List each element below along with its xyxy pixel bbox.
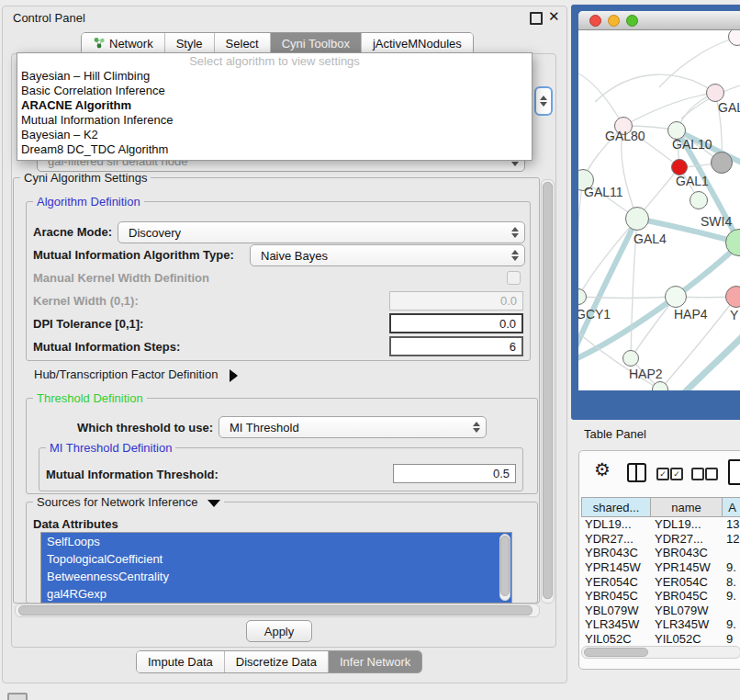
table-cell: YBL079W — [651, 604, 723, 617]
algorithm-dropdown: Select algorithm to view settings Bayesi… — [17, 52, 533, 161]
table-cell: YDL19... — [651, 517, 723, 531]
threshold-definition-title: Threshold Definition — [33, 391, 147, 405]
table-cell: YBR045C — [651, 589, 723, 603]
kernel-width-label: Kernel Width (0,1): — [33, 294, 139, 308]
tab-style[interactable]: Style — [165, 33, 215, 54]
tab-infer-network[interactable]: Infer Network — [329, 651, 421, 672]
node-label: Y — [730, 308, 738, 322]
hub-definition-label: Hub/Transcription Factor Definition — [34, 367, 218, 381]
algorithm-dropdown-list: Bayesian – Hill ClimbingBasic Correlatio… — [17, 69, 532, 157]
data-attributes-label: Data Attributes — [33, 517, 118, 531]
columns-icon[interactable] — [627, 463, 646, 482]
bottom-tabbar: Impute Data Discretize Data Infer Networ… — [136, 650, 422, 673]
apply-button[interactable]: Apply — [246, 620, 312, 642]
table-cell: YBR043C — [581, 546, 651, 559]
table-row[interactable]: YBL079WYBL079W — [581, 604, 740, 618]
table-row[interactable]: YDL19...YDL19...13 — [581, 517, 740, 532]
table-row[interactable]: YBR043CYBR043C — [581, 546, 740, 560]
aracne-mode-combo[interactable]: Discovery — [118, 221, 525, 243]
table-row[interactable]: YPR145WYPR145W9. — [581, 560, 740, 575]
network-node-gal4[interactable] — [625, 207, 649, 231]
table-cell: YIL052C — [651, 632, 723, 644]
algorithm-option[interactable]: ARACNE Algorithm — [17, 98, 532, 113]
table-horizontal-scrollbar[interactable] — [581, 646, 740, 659]
network-node-gal[interactable] — [706, 84, 724, 102]
table-row[interactable]: YER054CYER054C8. — [581, 574, 740, 589]
table-cell: YLR345W — [581, 617, 651, 631]
table-rows: YDL19...YDL19...13YDR27...YDR27...12YBR0… — [581, 517, 740, 644]
algorithm-option[interactable]: Basic Correlation Inference — [17, 84, 532, 98]
data-attribute-item[interactable]: gal4RGexp — [41, 585, 511, 603]
which-threshold-combo[interactable]: MI Threshold — [219, 416, 487, 438]
table-cell: YDR27... — [581, 532, 651, 546]
column-header-partial[interactable]: A — [723, 497, 740, 517]
algorithm-option[interactable]: Mutual Information Inference — [17, 113, 532, 128]
node-label: GAL4 — [633, 231, 667, 246]
chevron-updown-icon — [473, 422, 480, 433]
expand-right-icon — [230, 369, 238, 382]
table-row[interactable]: YIL052CYIL052C9 — [581, 632, 740, 644]
tab-network[interactable]: Network — [82, 33, 165, 54]
settings-horizontal-scrollbar[interactable] — [15, 604, 540, 617]
network-node[interactable] — [711, 152, 733, 174]
tab-jactivemnodules[interactable]: jActiveMNodules — [362, 33, 473, 54]
tab-discretize-data[interactable]: Discretize Data — [225, 651, 329, 672]
hub-definition-toggle[interactable]: Hub/Transcription Factor Definition — [34, 367, 238, 382]
unchecked-checkbox-icon[interactable] — [691, 468, 704, 480]
manual-kernel-width-checkbox[interactable] — [507, 271, 521, 285]
close-icon[interactable]: ✕ — [548, 8, 560, 25]
mi-steps-field[interactable]: 6 — [389, 336, 523, 356]
network-desktop-frame: GALGAL80GAL10GAL1GAL11SWI4GAL4GCY1HAP4YH… — [571, 5, 740, 420]
network-node-hap4[interactable] — [665, 286, 687, 308]
tab-impute-data-label: Impute Data — [148, 655, 213, 669]
algorithm-option[interactable]: Dream8 DC_TDC Algorithm — [17, 142, 532, 157]
tab-style-label: Style — [176, 37, 203, 51]
table-cell: YDL19... — [581, 517, 651, 531]
table-header-row: shared... name A — [581, 497, 740, 517]
network-window-titlebar[interactable] — [578, 11, 740, 30]
mi-algorithm-type-combo[interactable]: Naive Bayes — [250, 244, 525, 266]
algorithm-option[interactable]: Bayesian – Hill Climbing — [17, 69, 532, 84]
table-cell: 9. — [723, 617, 740, 631]
settings-vertical-scrollbar[interactable] — [541, 179, 555, 604]
tab-cyni-toolbox[interactable]: Cyni Toolbox — [271, 33, 362, 54]
data-attribute-item[interactable]: SelfLoops — [41, 533, 511, 550]
corner-widget-fragment — [7, 693, 28, 700]
inference-algorithm-combo-fragment[interactable] — [534, 86, 553, 116]
tab-impute-data[interactable]: Impute Data — [137, 651, 225, 672]
mi-threshold-group-title: MI Threshold Definition — [46, 441, 175, 455]
mi-threshold-field[interactable]: 0.5 — [393, 464, 516, 483]
table-cell: YER054C — [651, 575, 723, 589]
float-window-icon[interactable] — [530, 12, 543, 25]
checked-checkbox-icon[interactable]: ✓ — [656, 468, 669, 480]
table-cell: YPR145W — [581, 560, 651, 574]
mi-threshold-label: Mutual Information Threshold: — [46, 468, 219, 481]
network-node-hap2[interactable] — [622, 350, 639, 367]
table-cell: YDR27... — [651, 532, 723, 546]
minimize-traffic-light-icon[interactable] — [608, 15, 620, 27]
table-cell: YBR043C — [651, 546, 723, 559]
algorithm-option[interactable]: Bayesian – K2 — [17, 128, 532, 142]
column-header-name[interactable]: name — [651, 497, 723, 517]
gear-icon[interactable]: ⚙ — [594, 458, 611, 480]
chevron-updown-icon — [540, 96, 547, 107]
checked-checkbox-icon[interactable]: ✓ — [670, 468, 683, 480]
network-node-swi4[interactable] — [690, 191, 708, 209]
table-row[interactable]: YLR345WYLR345W9. — [581, 617, 740, 632]
unchecked-checkbox-icon[interactable] — [705, 468, 718, 480]
column-header-shared-name[interactable]: shared... — [581, 497, 651, 517]
check-icon: ✓ — [673, 469, 680, 479]
tab-select[interactable]: Select — [215, 33, 271, 54]
dpi-tolerance-field[interactable]: 0.0 — [389, 313, 523, 333]
close-traffic-light-icon[interactable] — [589, 15, 601, 27]
sources-title-row[interactable]: Sources for Network Inference — [33, 495, 224, 509]
document-icon[interactable] — [728, 459, 740, 485]
network-canvas[interactable]: GALGAL80GAL10GAL1GAL11SWI4GAL4GCY1HAP4YH… — [578, 30, 740, 390]
data-attribute-item[interactable]: BetweennessCentrality — [41, 568, 511, 585]
data-attribute-item[interactable]: TopologicalCoefficient — [41, 550, 511, 568]
zoom-traffic-light-icon[interactable] — [626, 15, 638, 27]
data-attributes-list[interactable]: SelfLoopsTopologicalCoefficientBetweenne… — [40, 532, 512, 604]
attributes-scrollbar[interactable] — [499, 534, 510, 601]
table-row[interactable]: YBR045CYBR045C9. — [581, 589, 740, 604]
table-row[interactable]: YDR27...YDR27...12 — [581, 532, 740, 547]
